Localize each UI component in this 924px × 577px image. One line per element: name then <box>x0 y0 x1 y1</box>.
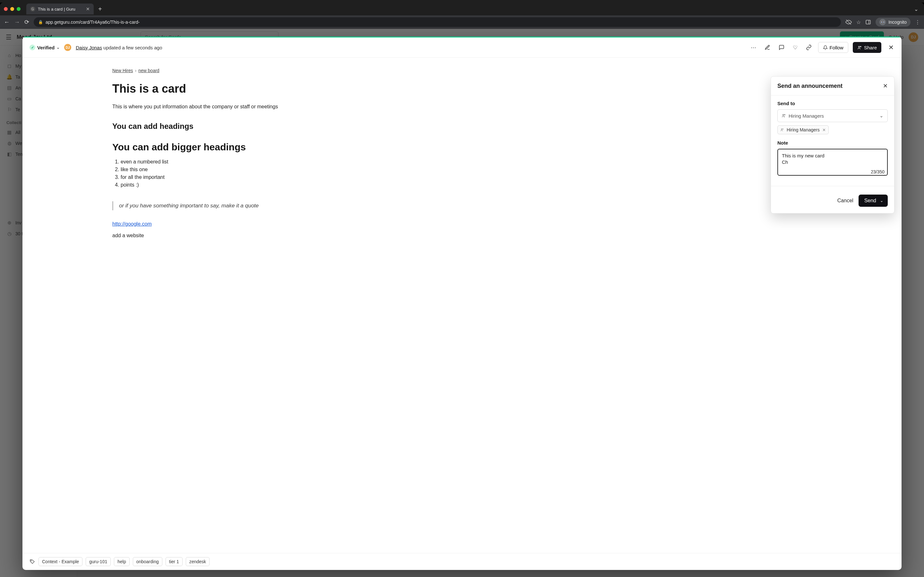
list-item: for all the important <box>121 174 375 180</box>
chevron-down-icon: ⌄ <box>57 45 60 50</box>
tab-close-icon[interactable]: ✕ <box>86 6 90 11</box>
send-label: Send <box>864 198 876 203</box>
tag-chip[interactable]: help <box>114 557 129 566</box>
svg-rect-1 <box>866 20 871 24</box>
svg-point-4 <box>860 46 861 47</box>
tabs-overflow-icon[interactable]: ⌄ <box>914 6 920 12</box>
new-tab-button[interactable]: + <box>96 5 104 13</box>
breadcrumb-link[interactable]: New Hires <box>112 68 133 73</box>
star-icon[interactable]: ☆ <box>856 19 861 25</box>
browser-tabstrip: G This is a card | Guru ✕ + ⌄ <box>0 3 924 15</box>
blockquote: or if you have something important to sa… <box>112 201 375 210</box>
send-to-value: Hiring Managers <box>788 113 824 119</box>
send-to-select[interactable]: Hiring Managers ⌄ <box>777 109 888 122</box>
announcement-panel: Send an announcement ✕ Send to Hiring Ma… <box>771 76 895 213</box>
url-text: app.getguru.com/card/Tr4Aya6c/This-is-a-… <box>45 19 140 25</box>
tag-chip[interactable]: guru-101 <box>86 557 111 566</box>
author-link[interactable]: Daisy Jonas <box>76 45 102 50</box>
card-footer: Context - Example guru-101 help onboardi… <box>23 553 901 570</box>
card-body: New Hires›new board This is a card This … <box>23 58 901 553</box>
follow-label: Follow <box>830 45 843 50</box>
tab-favicon: G <box>30 6 35 11</box>
bell-icon <box>823 45 828 50</box>
share-button[interactable]: Share <box>853 42 881 53</box>
intro-paragraph: This is where you put information about … <box>112 104 375 110</box>
recipient-chip: Hiring Managers ✕ <box>777 125 829 134</box>
send-to-label: Send to <box>777 101 888 106</box>
browser-tab[interactable]: G This is a card | Guru ✕ <box>26 3 94 15</box>
chevron-down-icon: ⌄ <box>880 198 883 203</box>
window-controls <box>4 7 21 11</box>
list-item: even a numbered list <box>121 159 375 165</box>
reload-icon[interactable]: ⟳ <box>24 19 29 26</box>
svg-point-3 <box>859 46 860 47</box>
people-icon <box>857 45 862 50</box>
fullscreen-window-icon[interactable] <box>17 7 21 11</box>
link-icon[interactable] <box>804 43 814 52</box>
heading-2-large: You can add bigger headings <box>112 142 375 153</box>
people-icon <box>782 113 786 118</box>
resize-handle-icon[interactable]: ⋰ <box>884 173 887 176</box>
panel-icon[interactable] <box>865 19 871 25</box>
tab-title: This is a card | Guru <box>38 7 75 11</box>
back-icon[interactable]: ← <box>4 19 10 26</box>
eye-off-icon[interactable] <box>845 19 852 25</box>
incognito-indicator[interactable]: 👓 Incognito <box>876 18 911 27</box>
char-counter: 23/350 <box>871 169 885 174</box>
body-link[interactable]: http://google.com <box>112 221 152 227</box>
heart-icon[interactable]: ♡ <box>791 42 800 53</box>
more-icon[interactable]: ⋯ <box>749 42 758 53</box>
tag-chip[interactable]: zendesk <box>186 557 210 566</box>
announcement-title: Send an announcement <box>777 83 843 89</box>
chip-label: Hiring Managers <box>787 127 820 132</box>
list-item: like this one <box>121 167 375 172</box>
incognito-icon: 👓 <box>879 19 886 25</box>
list-item: points :) <box>121 182 375 188</box>
svg-point-6 <box>784 114 785 115</box>
svg-point-5 <box>783 114 784 116</box>
numbered-list: even a numbered list like this one for a… <box>112 159 375 188</box>
svg-point-8 <box>783 129 783 129</box>
incognito-label: Incognito <box>888 19 907 25</box>
announcement-close-icon[interactable]: ✕ <box>883 82 888 89</box>
breadcrumb: New Hires›new board <box>112 68 375 73</box>
heading-2: You can add headings <box>112 122 375 131</box>
breadcrumb-link[interactable]: new board <box>138 68 159 73</box>
note-label: Note <box>777 140 888 145</box>
browser-toolbar: ← → ⟳ 🔒 app.getguru.com/card/Tr4Aya6c/Th… <box>0 15 924 29</box>
author-avatar[interactable]: DJ <box>64 44 71 51</box>
updated-text: updated a few seconds ago <box>102 45 162 50</box>
tag-icon <box>29 559 35 564</box>
verified-badge[interactable]: ✓ Verified ⌄ <box>29 45 60 50</box>
close-icon[interactable]: ✕ <box>886 42 895 53</box>
chevron-down-icon: ⌄ <box>879 113 884 119</box>
card-meta: Daisy Jonas updated a few seconds ago <box>76 45 162 50</box>
verified-label: Verified <box>37 45 55 50</box>
address-bar[interactable]: 🔒 app.getguru.com/card/Tr4Aya6c/This-is-… <box>34 17 841 27</box>
kebab-menu-icon[interactable]: ⋮ <box>915 19 920 25</box>
lock-icon: 🔒 <box>38 20 43 24</box>
minimize-window-icon[interactable] <box>10 7 14 11</box>
card-header: ✓ Verified ⌄ DJ Daisy Jonas updated a fe… <box>23 37 901 58</box>
people-icon <box>780 128 784 132</box>
forward-icon[interactable]: → <box>14 19 20 26</box>
cancel-button[interactable]: Cancel <box>837 198 853 203</box>
page-title: This is a card <box>112 82 375 95</box>
svg-point-7 <box>781 129 782 130</box>
check-icon: ✓ <box>29 45 35 50</box>
body-text: add a website <box>112 233 375 239</box>
follow-button[interactable]: Follow <box>818 42 848 53</box>
card-modal: ✓ Verified ⌄ DJ Daisy Jonas updated a fe… <box>23 37 901 570</box>
close-window-icon[interactable] <box>4 7 8 11</box>
tag-chip[interactable]: tier 1 <box>166 557 183 566</box>
send-button[interactable]: Send ⌄ <box>859 195 888 207</box>
edit-icon[interactable] <box>762 43 772 52</box>
tag-chip[interactable]: Context - Example <box>39 557 82 566</box>
breadcrumb-separator: › <box>133 68 139 73</box>
comment-icon[interactable] <box>777 43 787 52</box>
chip-remove-icon[interactable]: ✕ <box>822 127 826 132</box>
share-label: Share <box>864 45 877 50</box>
tag-chip[interactable]: onboarding <box>133 557 162 566</box>
svg-point-9 <box>31 560 32 561</box>
